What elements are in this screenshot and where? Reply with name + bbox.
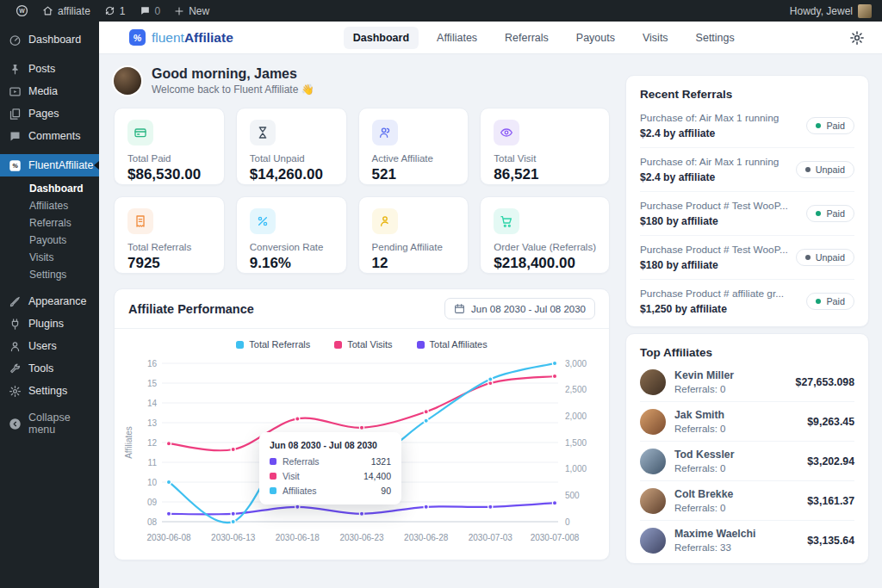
date-range-picker[interactable]: Jun 08 2030 - Jul 08 2030 <box>444 298 595 319</box>
svg-text:12: 12 <box>147 438 158 448</box>
tab-payouts[interactable]: Payouts <box>567 27 624 49</box>
legend-label: Total Affiliates <box>430 339 488 350</box>
status-label: Unpaid <box>816 164 845 175</box>
chart-tooltip: Jun 08 2030 - Jul 08 2030 Referrals1321V… <box>259 432 401 504</box>
stat-value: $218,400.00 <box>494 255 596 272</box>
status-badge: Paid <box>806 293 854 310</box>
stat-value: $86,530.00 <box>127 166 211 183</box>
referral-product: Purchase Product # affiliate gr... <box>640 288 784 300</box>
sidebar-item-comments[interactable]: Comments <box>0 125 99 147</box>
sidebar-item-users[interactable]: Users <box>0 335 99 357</box>
referral-product: Purchase Product # Test WooP... <box>640 200 788 212</box>
tooltip-row-affiliates: Affiliates90 <box>270 486 391 496</box>
account-menu[interactable]: Howdy, Jewel <box>790 4 873 18</box>
sidebar-item-collapse-menu[interactable]: Collapse menu <box>0 412 99 435</box>
top-affiliates-title: Top Affiliates <box>640 341 854 362</box>
user-group-iconbox <box>372 120 398 145</box>
referral-row[interactable]: Purchase of: Air Max 1 running$2.4 by af… <box>640 104 854 147</box>
affiliate-referrals: Referrals: 0 <box>674 503 733 513</box>
svg-text:11: 11 <box>148 458 158 467</box>
tab-dashboard[interactable]: Dashboard <box>344 27 419 49</box>
sidebar-item-tools[interactable]: Tools <box>0 357 99 380</box>
sidebar-item-label: Collapse menu <box>28 412 90 436</box>
media-icon <box>9 85 22 98</box>
referral-amount: $1,250 by affiliate <box>640 303 784 315</box>
greeting: Good morning, James Welcome back to Flue… <box>114 65 610 96</box>
tab-visits[interactable]: Visits <box>633 27 678 49</box>
status-badge: Unpaid <box>796 161 854 178</box>
tab-affiliates[interactable]: Affiliates <box>427 27 487 49</box>
sidebar-item-pages[interactable]: Pages <box>0 102 99 125</box>
sidebar-item-plugins[interactable]: Plugins <box>0 313 99 335</box>
percent-iconbox <box>250 208 276 234</box>
comments-link[interactable]: 0 <box>133 0 168 22</box>
affiliate-row[interactable]: Kevin MillerReferrals: 0$27,653.098 <box>640 362 854 401</box>
sidebar-item-appearance[interactable]: Appearance <box>0 290 99 313</box>
greeting-avatar <box>114 67 141 95</box>
wp-logo-menu[interactable]: W <box>9 0 35 22</box>
referral-row[interactable]: Purchase Product # Test WooP...$180 by a… <box>640 191 854 235</box>
referral-row[interactable]: Purchase Product # Test WooP...$180 by a… <box>640 235 854 279</box>
tab-settings[interactable]: Settings <box>686 27 744 49</box>
svg-text:13: 13 <box>147 418 158 428</box>
submenu-item-settings[interactable]: Settings <box>0 266 99 283</box>
plus-icon <box>174 6 184 16</box>
sidebar-item-dashboard[interactable]: Dashboard <box>0 28 99 51</box>
submenu-item-payouts[interactable]: Payouts <box>0 232 99 249</box>
referral-amount: $2.4 by affiliate <box>640 127 779 139</box>
affiliate-row[interactable]: Jak SmithReferrals: 0$9,263.45 <box>640 401 854 441</box>
referral-info: Purchase of: Air Max 1 running$2.4 by af… <box>640 112 779 139</box>
affiliate-row[interactable]: Maxime WaelchiReferrals: 33$3,135.64 <box>640 520 854 560</box>
tab-referrals[interactable]: Referrals <box>495 27 558 49</box>
tooltip-value: 90 <box>381 486 391 496</box>
sidebar-item-fluentaffiliate[interactable]: %FluentAffiliate <box>0 154 99 176</box>
affiliate-performance-card: Affiliate Performance Jun 08 2030 - Jul … <box>114 288 610 560</box>
gear-icon[interactable] <box>849 30 865 46</box>
affiliate-row[interactable]: Tod KesslerReferrals: 0$3,202.94 <box>640 441 854 480</box>
user-group-icon <box>378 126 392 139</box>
sidebar-item-label: Media <box>28 85 58 97</box>
legend-item-total-referrals: Total Referrals <box>236 339 310 350</box>
tooltip-value: 1321 <box>371 456 391 467</box>
sidebar-item-label: Posts <box>28 63 55 75</box>
stat-value: 7925 <box>127 255 211 272</box>
submenu-item-referrals[interactable]: Referrals <box>0 214 99 232</box>
referral-row[interactable]: Purchase Product # affiliate gr...$1,250… <box>640 279 854 323</box>
site-name-link[interactable]: affiliate <box>35 0 97 22</box>
new-content-link[interactable]: New <box>167 0 216 22</box>
sidebar-item-posts[interactable]: Posts <box>0 58 99 80</box>
status-dot <box>816 299 821 304</box>
stat-value: 12 <box>372 255 456 272</box>
submenu-item-visits[interactable]: Visits <box>0 249 99 266</box>
sidebar-item-settings[interactable]: Settings <box>0 380 99 402</box>
sidebar-item-label: Comments <box>28 130 80 142</box>
stat-card-total-unpaid: Total Unpaid$14,260.00 <box>236 108 347 185</box>
home-icon <box>42 5 53 16</box>
fluent-affiliate-logo[interactable]: % fluentAffiliate <box>129 29 233 46</box>
receipt-iconbox <box>127 208 153 234</box>
svg-text:2,500: 2,500 <box>565 385 587 394</box>
submenu-item-dashboard[interactable]: Dashboard <box>0 180 99 197</box>
svg-text:2030-06-23: 2030-06-23 <box>339 533 384 542</box>
affiliate-referrals: Referrals: 0 <box>674 424 725 434</box>
percent-icon <box>256 214 270 228</box>
plugin-header: % fluentAffiliate DashboardAffiliatesRef… <box>99 22 882 54</box>
updates-link[interactable]: 1 <box>97 0 133 22</box>
dashboard-content: Good morning, James Welcome back to Flue… <box>99 54 882 588</box>
user-pending-icon <box>378 214 392 228</box>
cart-iconbox <box>494 208 519 234</box>
settings-icon <box>9 385 22 398</box>
affiliate-name: Maxime Waelchi <box>674 528 756 540</box>
svg-text:10: 10 <box>147 478 158 487</box>
svg-text:15: 15 <box>147 379 158 388</box>
sidebar-item-media[interactable]: Media <box>0 80 99 102</box>
affiliate-row[interactable]: Colt BrekkeReferrals: 0$3,161.37 <box>640 480 854 520</box>
main-area: % fluentAffiliate DashboardAffiliatesRef… <box>99 22 882 588</box>
new-label: New <box>189 5 209 17</box>
submenu-item-affiliates[interactable]: Affiliates <box>0 197 99 214</box>
greeting-subtitle: Welcome back to Fluent Affiliate 👋 <box>152 84 314 96</box>
affiliate-amount: $3,135.64 <box>807 535 854 547</box>
stat-label: Total Unpaid <box>250 153 333 164</box>
referral-row[interactable]: Purchase of: Air Max 1 running$2.4 by af… <box>640 147 854 191</box>
chart-header: Affiliate Performance Jun 08 2030 - Jul … <box>115 289 609 329</box>
